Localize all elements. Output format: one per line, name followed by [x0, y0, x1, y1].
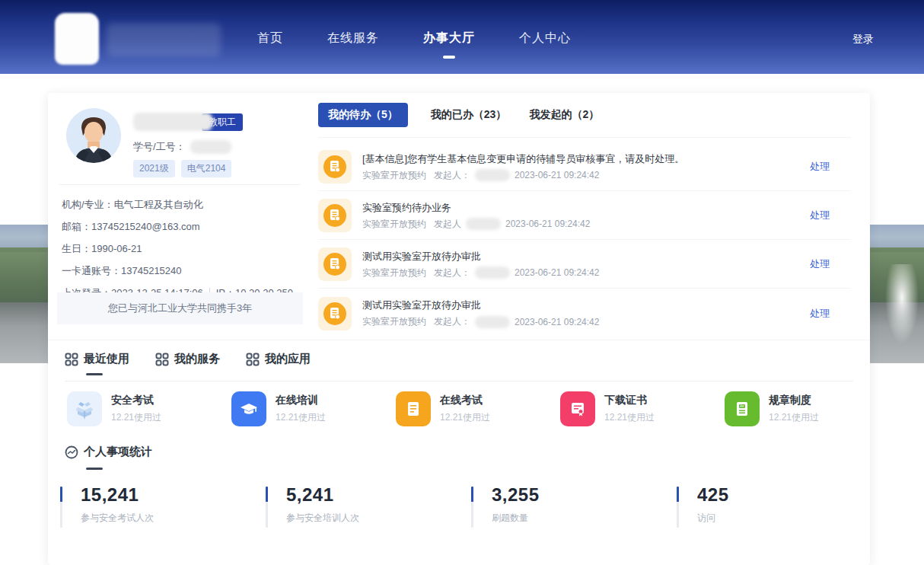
- services-tabs: 最近使用 我的服务 我的应用: [65, 352, 311, 366]
- todo-subtitle: 实验室开放预约 发起人： 2023-06-21 09:24:42: [362, 169, 810, 182]
- stat-label: 参与安全培训人次: [286, 512, 359, 525]
- todo-item[interactable]: 测试用实验室开放待办审批 实验室开放预约 发起人： 2023-06-21 09:…: [318, 241, 851, 289]
- app-used-label: 12.21使用过: [604, 411, 655, 424]
- logo-text-redacted: [107, 23, 221, 56]
- nav-menu: 首页 在线服务 办事大厅 个人中心: [257, 30, 571, 46]
- app-download-certificate[interactable]: 下载证书 12.21使用过: [541, 391, 706, 426]
- profile-details: 机构/专业：电气工程及其自动化 邮箱：13745215240@163.com 生…: [62, 193, 305, 304]
- app-name: 在线培训: [276, 394, 326, 407]
- app-online-exam[interactable]: 在线考试 12.21使用过: [377, 391, 541, 426]
- avatar-person-icon: [66, 108, 121, 163]
- user-name-row: 教职工: [133, 113, 243, 131]
- stat-accent-bar: [677, 487, 679, 528]
- todo-doc-icon: [318, 199, 352, 232]
- stat-value: 15,241: [81, 484, 154, 506]
- stat-value: 3,255: [492, 484, 540, 506]
- todo-subtitle: 实验室开放预约 发起人： 2023-06-21 09:24:42: [362, 315, 810, 328]
- grid-icon: [246, 353, 260, 366]
- login-button[interactable]: 登录: [852, 33, 874, 46]
- detail-card-account: 一卡通账号：13745215240: [62, 260, 305, 282]
- stat-accent-bar: [471, 487, 473, 528]
- detail-birthday: 生日：1990-06-21: [62, 238, 305, 260]
- app-name: 安全考试: [111, 394, 161, 407]
- sender-redacted: [475, 169, 510, 181]
- avatar[interactable]: [66, 108, 121, 163]
- tab-my-pending[interactable]: 我的待办（5）: [318, 103, 408, 127]
- stat-value: 5,241: [286, 484, 359, 506]
- tag-grade: 2021级: [133, 160, 175, 177]
- todo-title: 实验室预约待办业务: [362, 201, 810, 214]
- todo-item[interactable]: 实验室预约待办业务 实验室开放预约 发起人 2023-06-21 09:24:4…: [318, 192, 851, 240]
- safety-exam-box-icon: [67, 391, 102, 426]
- tab-my-done[interactable]: 我的已办（23）: [431, 108, 507, 122]
- stats-title-underline: [86, 468, 103, 470]
- stat-safety-training-participants: 5,241 参与安全培训人次: [253, 484, 459, 528]
- todo-item[interactable]: [基本信息]您有学生基本信息变更申请的待辅导员审核事宜，请及时处理。 实验室开放…: [318, 143, 851, 191]
- detail-major: 机构/专业：电气工程及其自动化: [62, 193, 305, 215]
- stat-accent-bar: [60, 487, 62, 528]
- app-used-label: 12.21使用过: [769, 411, 819, 424]
- handle-button[interactable]: 处理: [810, 160, 830, 174]
- top-navbar: 首页 在线服务 办事大厅 个人中心 登录: [0, 0, 924, 74]
- tab-my-initiated[interactable]: 我发起的（2）: [529, 108, 599, 122]
- app-name: 在线考试: [440, 394, 490, 407]
- todo-title: [基本信息]您有学生基本信息变更申请的待辅导员审核事宜，请及时处理。: [362, 152, 810, 165]
- sender-redacted: [466, 218, 501, 230]
- stats-title: 个人事项统计: [84, 445, 152, 459]
- grid-icon: [155, 353, 169, 366]
- detail-email: 邮箱：13745215240@163.com: [62, 215, 305, 238]
- nav-item-service-hall[interactable]: 办事大厅: [423, 30, 475, 46]
- grid-icon: [65, 353, 78, 366]
- tab-my-apps[interactable]: 我的应用: [246, 352, 311, 366]
- stat-visits: 425 访问: [664, 484, 870, 528]
- profile-tags: 2021级 电气2104: [133, 160, 231, 177]
- handle-button[interactable]: 处理: [810, 257, 830, 271]
- todo-doc-icon: [318, 297, 352, 330]
- svg-text:A≡: A≡: [740, 404, 744, 408]
- stat-accent-bar: [266, 487, 268, 528]
- rulebook-icon: A≡: [725, 391, 760, 426]
- student-id-redacted: [190, 140, 231, 154]
- stats-row: 15,241 参与安全考试人次 5,241 参与安全培训人次 3,255 刷题数…: [48, 484, 870, 528]
- todo-title: 测试用实验室开放待办审批: [362, 250, 810, 263]
- companion-banner: 您已与河北工业大学共同携手3年: [57, 292, 303, 324]
- exam-paper-icon: [396, 391, 431, 426]
- app-safety-exam[interactable]: 安全考试 12.21使用过: [48, 391, 212, 426]
- user-name-redacted: [133, 113, 212, 131]
- tab-my-services[interactable]: 我的服务: [155, 352, 220, 366]
- student-id-row: 学号/工号：: [133, 140, 231, 154]
- nav-item-online-services[interactable]: 在线服务: [327, 30, 379, 46]
- trend-circle-icon: [65, 445, 78, 459]
- profile-divider: [59, 184, 301, 185]
- todo-subtitle: 实验室开放预约 发起人： 2023-06-21 09:24:42: [362, 267, 810, 279]
- handle-button[interactable]: 处理: [810, 307, 830, 321]
- app-rules-regulations[interactable]: A≡ 规章制度 12.21使用过: [706, 391, 870, 426]
- todo-item[interactable]: 测试用实验室开放待办审批 实验室开放预约 发起人： 2023-06-21 09:…: [318, 289, 851, 337]
- stat-label: 参与安全考试人次: [81, 512, 154, 525]
- nav-item-personal-center[interactable]: 个人中心: [519, 30, 571, 46]
- graduation-cap-icon: [231, 391, 266, 426]
- todo-subtitle: 实验室开放预约 发起人 2023-06-21 09:24:42: [362, 218, 810, 231]
- todo-tabs: 我的待办（5） 我的已办（23） 我发起的（2）: [318, 103, 599, 127]
- university-logo[interactable]: [47, 9, 222, 66]
- sender-redacted: [475, 267, 510, 279]
- certificate-icon: [560, 391, 595, 426]
- handle-button[interactable]: 处理: [810, 209, 830, 222]
- app-online-training[interactable]: 在线培训 12.21使用过: [212, 391, 377, 426]
- stat-safety-exam-participants: 15,241 参与安全考试人次: [48, 484, 253, 528]
- todo-doc-icon: [318, 247, 352, 281]
- tab-recently-used[interactable]: 最近使用: [65, 352, 129, 366]
- section-divider: [48, 340, 870, 340]
- stats-header: 个人事项统计: [65, 445, 152, 459]
- stat-value: 425: [697, 484, 729, 506]
- services-divider: [65, 381, 853, 381]
- stat-label: 刷题数量: [492, 512, 540, 525]
- logo-mark: [55, 13, 99, 65]
- stat-question-count: 3,255 刷题数量: [459, 484, 664, 528]
- apps-row: 安全考试 12.21使用过 在线培训 12.21使用过 在线考试 12.21使用…: [48, 391, 870, 426]
- sender-redacted: [475, 316, 510, 328]
- todo-doc-icon: [318, 150, 352, 184]
- student-id-label: 学号/工号：: [133, 140, 186, 154]
- nav-item-home[interactable]: 首页: [257, 30, 283, 46]
- app-used-label: 12.21使用过: [440, 411, 490, 424]
